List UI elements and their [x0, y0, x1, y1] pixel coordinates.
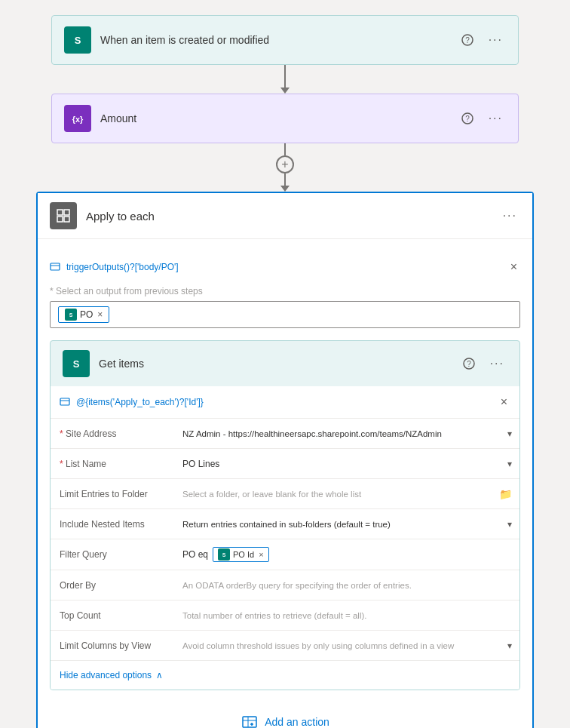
limit-folder-value[interactable]: Select a folder, or leave blank for the … [175, 481, 519, 508]
nested-items-value[interactable]: Return entries contained in sub-folders … [175, 511, 519, 537]
order-by-text: An ODATA orderBy query for specifying th… [182, 581, 412, 590]
message-icon [50, 262, 60, 272]
variable-title: Amount [100, 112, 449, 124]
variable-icon: {x} [64, 105, 91, 132]
connector-1 [280, 65, 290, 94]
id-message-icon [60, 397, 70, 407]
variable-more-button[interactable]: ··· [486, 109, 506, 128]
form-field-top-count: Top Count Total number of entries to ret… [51, 601, 519, 631]
list-name-label: * List Name [51, 451, 175, 477]
svg-text:?: ? [465, 115, 470, 123]
filter-query-value[interactable]: PO eq S PO Id × [175, 539, 519, 570]
list-name-text: PO Lines [182, 459, 219, 469]
get-items-icon: S [63, 350, 90, 377]
svg-text:S: S [75, 35, 81, 46]
svg-rect-6 [57, 210, 63, 215]
site-address-label: * Site Address [51, 421, 175, 447]
order-by-label: Order By [51, 573, 175, 598]
apply-each-title: Apply to each [86, 210, 491, 223]
limit-columns-label: Limit Columns by View [51, 633, 175, 659]
add-between-button[interactable]: + [276, 155, 294, 174]
filter-query-label: Filter Query [51, 542, 175, 567]
svg-rect-9 [64, 217, 69, 222]
chevron-up-icon: ∧ [156, 670, 163, 680]
svg-rect-16 [60, 398, 69, 405]
id-close-button[interactable]: × [498, 392, 510, 412]
filter-tag-icon: S [218, 548, 230, 561]
select-output-input[interactable]: S PO × [50, 301, 520, 328]
required-star-1: * [60, 429, 66, 439]
apply-each-more-button[interactable]: ··· [500, 206, 520, 226]
limit-folder-label: Limit Entries to Folder [51, 481, 175, 507]
get-items-body: @{items('Apply_to_each')?['Id']} × * Sit… [51, 386, 519, 690]
table-add-icon [241, 714, 258, 728]
variable-help-button[interactable]: ? [458, 109, 477, 127]
form-field-site-address: * Site Address NZ Admin - https://health… [51, 419, 519, 449]
top-count-label: Top Count [51, 603, 175, 628]
get-items-more-button[interactable]: ··· [487, 354, 507, 373]
svg-rect-8 [57, 217, 63, 222]
po-tag-label: PO [80, 309, 93, 320]
apply-each-body: triggerOutputs()?['body/PO'] × * Select … [38, 239, 532, 728]
form-field-order-by: Order By An ODATA orderBy query for spec… [51, 570, 519, 601]
limit-columns-text: Avoid column threshold issues by only us… [182, 641, 454, 650]
id-row-left: @{items('Apply_to_each')?['Id']} [60, 397, 204, 407]
po-tag-icon: S [65, 309, 77, 321]
filter-tag-x[interactable]: × [259, 550, 263, 559]
trigger-icon: S [64, 26, 91, 54]
form-field-list-name: * List Name PO Lines ▾ [51, 449, 519, 479]
apply-each-icon [50, 202, 77, 229]
form-field-limit-folder: Limit Entries to Folder Select a folder,… [51, 479, 519, 509]
svg-rect-19 [243, 717, 256, 727]
connector-2: + [276, 143, 294, 192]
id-text: @{items('Apply_to_each')?['Id']} [76, 397, 204, 407]
apply-each-header: Apply to each ··· [38, 193, 532, 239]
list-name-dropdown-icon: ▾ [507, 459, 512, 469]
list-name-value[interactable]: PO Lines ▾ [175, 451, 519, 477]
filter-query-content: PO eq S PO Id × [182, 547, 269, 562]
connector-line-2a [284, 143, 286, 155]
add-action-area: Add an action [50, 690, 520, 728]
site-address-value[interactable]: NZ Admin - https://healthineersapc.share… [175, 421, 519, 447]
flow-container: S When an item is created or modified ? … [23, 15, 547, 728]
trigger-outputs-row: triggerOutputs()?['body/PO'] × [50, 251, 520, 286]
get-items-more-icon: ··· [490, 357, 504, 370]
variable-more-icon: ··· [489, 112, 503, 125]
id-row: @{items('Apply_to_each')?['Id']} × [51, 386, 519, 419]
site-address-dropdown-icon: ▾ [507, 429, 512, 439]
trigger-outputs-left: triggerOutputs()?['body/PO'] [50, 262, 179, 272]
svg-text:S: S [69, 312, 73, 318]
order-by-value[interactable]: An ODATA orderBy query for specifying th… [175, 573, 519, 597]
get-items-title: Get items [99, 358, 451, 370]
apply-each-more-icon: ··· [503, 209, 517, 223]
add-action-icon [241, 713, 259, 728]
svg-text:{x}: {x} [72, 115, 84, 124]
nested-items-text: Return entries contained in sub-folders … [182, 520, 391, 529]
get-items-header: S Get items ? ··· [51, 341, 519, 386]
po-tag-remove-button[interactable]: × [97, 309, 103, 320]
form-field-nested-items: Include Nested Items Return entries cont… [51, 509, 519, 539]
limit-folder-text: Select a folder, or leave blank for the … [182, 490, 361, 499]
add-action-button[interactable]: Add an action [241, 713, 329, 728]
close-icon-1: × [510, 260, 517, 274]
trigger-outputs-close-button[interactable]: × [507, 257, 520, 277]
trigger-more-button[interactable]: ··· [486, 30, 506, 50]
trigger-outputs-text: triggerOutputs()?['body/PO'] [66, 262, 179, 272]
trigger-title: When an item is created or modified [100, 34, 449, 46]
get-items-card: S Get items ? ··· [50, 340, 520, 690]
folder-icon: 📁 [499, 488, 512, 500]
po-tag: S PO × [58, 306, 109, 323]
form-field-limit-columns: Limit Columns by View Avoid column thres… [51, 631, 519, 661]
limit-columns-value[interactable]: Avoid column threshold issues by only us… [175, 633, 519, 659]
id-close-icon: × [501, 395, 507, 409]
top-count-value[interactable]: Total number of entries to retrieve (def… [175, 604, 519, 628]
svg-text:S: S [222, 552, 226, 558]
svg-rect-10 [51, 263, 60, 270]
get-items-help-button[interactable]: ? [460, 355, 478, 373]
svg-text:?: ? [467, 360, 471, 368]
svg-text:?: ? [465, 36, 470, 45]
hide-advanced-button[interactable]: Hide advanced options ∧ [51, 661, 519, 690]
trigger-help-button[interactable]: ? [458, 31, 477, 49]
svg-rect-7 [64, 210, 69, 215]
connector-arrow-2 [280, 186, 290, 192]
